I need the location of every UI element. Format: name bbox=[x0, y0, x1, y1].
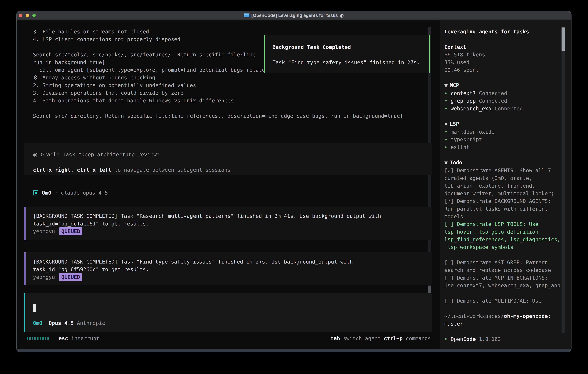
workspace-path: ~/local-workspaces/oh-my-opencode: bbox=[444, 312, 562, 320]
close-button[interactable] bbox=[19, 14, 22, 17]
sidebar-scrollbar-thumb[interactable] bbox=[562, 28, 565, 51]
todo-item: [ ] Demonstrate AST-GREP: Pattern search… bbox=[444, 259, 562, 274]
tab-label: switch agent bbox=[343, 335, 381, 341]
spinner-dots-icon bbox=[27, 334, 49, 342]
window-bottom-bar bbox=[17, 349, 571, 352]
prompt-input[interactable]: OmO Opus 4.5 Anthropic bbox=[24, 293, 432, 332]
lsp-server-name: eslint bbox=[451, 144, 470, 150]
lsp-section-header[interactable]: ▼LSP bbox=[444, 120, 562, 128]
window-titlebar[interactable]: [OpenCode] Leveraging agents for tasks ◐ bbox=[17, 11, 571, 20]
ctrl-p-label: commands bbox=[406, 335, 431, 341]
oracle-task-panel[interactable]: ◉ Oracle Task "Deep architecture review"… bbox=[24, 143, 432, 175]
half-circle-icon: ◐ bbox=[340, 13, 344, 18]
mcp-server-item: •context7Connected bbox=[444, 89, 562, 97]
bullet-icon: • bbox=[444, 336, 448, 342]
agent-model: · claude-opus-4-5 bbox=[54, 189, 108, 197]
context-used: 33% used bbox=[444, 58, 562, 66]
task-user: yeongyu bbox=[33, 228, 55, 235]
todo-item: [ ] Demonstrate MCP INTEGRATIONS: Use co… bbox=[444, 274, 562, 289]
traffic-lights bbox=[19, 11, 36, 20]
context-spent: $0.46 spent bbox=[444, 66, 562, 74]
mcp-server-status: Connected bbox=[494, 105, 523, 112]
lsp-server-name: typescript bbox=[451, 136, 482, 143]
opencode-version: •OpenCode1.0.163 bbox=[444, 335, 562, 343]
gear-icon: ⚙ bbox=[33, 74, 38, 82]
bullet-icon: • bbox=[444, 98, 448, 104]
mcp-server-name: websearch_exa bbox=[451, 105, 492, 112]
mcp-server-name: context7 bbox=[451, 90, 476, 96]
interrupt-hint: esc interrupt bbox=[59, 334, 99, 342]
window-title-text: [OpenCode] Leveraging agents for tasks bbox=[251, 13, 338, 18]
mcp-server-item: •websearch_exaConnected bbox=[444, 105, 562, 112]
git-branch: master bbox=[444, 320, 562, 328]
status-badge: QUEUED bbox=[59, 273, 82, 281]
mcp-server-status: Connected bbox=[479, 98, 507, 104]
oracle-task-title: Oracle Task "Deep architecture review" bbox=[41, 152, 160, 157]
tab-key: tab bbox=[330, 335, 340, 341]
todo-item: [ ] Demonstrate MULTIMODAL: Use bbox=[444, 297, 562, 305]
app-name-b: Code bbox=[463, 336, 476, 342]
lsp-server-name: markdown-oxide bbox=[451, 129, 494, 135]
workspace-path-dim: ~/local-workspaces/ bbox=[444, 313, 504, 319]
shortcut-keys: ctrl+x right, ctrl+x left bbox=[33, 167, 111, 173]
todo-section-header[interactable]: ▼Todo bbox=[444, 159, 562, 166]
esc-label: interrupt bbox=[71, 335, 99, 341]
task-message-text: [BACKGROUND TASK COMPLETED] Task "Find t… bbox=[33, 258, 432, 273]
tool-call-text: call_omo_agent [subagent_type=explore, p… bbox=[33, 67, 419, 119]
chevron-down-icon: ▼ bbox=[444, 83, 448, 88]
lsp-server-item: •eslint bbox=[444, 143, 562, 151]
mcp-server-item: •grep_appConnected bbox=[444, 97, 562, 105]
context-tokens: 66,518 tokens bbox=[444, 51, 562, 58]
record-icon: ◉ bbox=[33, 152, 37, 157]
background-task-message: [BACKGROUND TASK COMPLETED] Task "Resear… bbox=[24, 207, 432, 240]
agent-name: OmO bbox=[42, 189, 51, 197]
mcp-server-name: grep_app bbox=[451, 98, 476, 104]
screen: [OpenCode] Leveraging agents for tasks ◐… bbox=[0, 0, 588, 374]
active-model-label: Opus 4.5 bbox=[49, 319, 74, 327]
todo-item: [✓] Demonstrate BACKGROUND AGENTS: Run p… bbox=[444, 197, 562, 220]
app-version: 1.0.163 bbox=[479, 336, 501, 342]
folder-icon bbox=[244, 13, 249, 17]
window-title: [OpenCode] Leveraging agents for tasks ◐ bbox=[17, 13, 571, 18]
bullet-icon: • bbox=[444, 136, 448, 143]
task-message-text: [BACKGROUND TASK COMPLETED] Task "Resear… bbox=[33, 212, 432, 228]
oracle-task-line: ◉ Oracle Task "Deep architecture review" bbox=[33, 151, 432, 158]
task-user: yeongyu bbox=[33, 273, 55, 281]
bullet-icon: • bbox=[444, 105, 448, 112]
ctrl-p-key: ctrl+p bbox=[384, 335, 403, 341]
context-heading: Context bbox=[444, 43, 562, 51]
text-cursor bbox=[33, 304, 36, 312]
esc-key: esc bbox=[59, 335, 68, 341]
agent-icon bbox=[33, 190, 38, 195]
bullet-icon: • bbox=[444, 90, 448, 96]
provider-label: Anthropic bbox=[77, 319, 105, 327]
sidebar-scrollbar-track[interactable] bbox=[562, 51, 565, 333]
chevron-down-icon: ▼ bbox=[444, 160, 448, 165]
status-badge: QUEUED bbox=[59, 227, 82, 235]
app-name-a: Open bbox=[451, 336, 463, 342]
zoom-button[interactable] bbox=[32, 14, 36, 17]
background-task-notification: Background Task Completed Task "Find typ… bbox=[264, 35, 430, 73]
mcp-server-status: Connected bbox=[479, 90, 507, 96]
oracle-shortcut-hint: ctrl+x right, ctrl+x left to navigate be… bbox=[33, 166, 432, 174]
bullet-icon: • bbox=[444, 144, 448, 150]
todo-heading: Todo bbox=[450, 159, 462, 166]
minimize-button[interactable] bbox=[26, 14, 29, 17]
lsp-heading: LSP bbox=[450, 121, 459, 127]
lsp-server-item: •markdown-oxide bbox=[444, 128, 562, 136]
scrollback-text: 3. File handles or streams not closed 4.… bbox=[33, 29, 256, 65]
notification-title: Background Task Completed bbox=[273, 43, 429, 51]
todo-item: [ ] Demonstrate LSP TOOLS: Use lsp_hover… bbox=[444, 220, 562, 251]
model-indicator: OmO Opus 4.5 Anthropic bbox=[33, 319, 105, 327]
lsp-server-item: •typescript bbox=[444, 136, 562, 143]
active-agent-label: OmO bbox=[33, 319, 42, 327]
todo-item: [✓] Demonstrate AGENTS: Show all 7 curat… bbox=[444, 166, 562, 197]
status-bar: esc interrupt tab switch agent ctrl+p co… bbox=[27, 334, 431, 342]
terminal-scrollbar-top bbox=[428, 27, 431, 35]
mcp-heading: MCP bbox=[450, 82, 459, 88]
notification-body: Task "Find type safety issues" finished … bbox=[273, 59, 429, 66]
mcp-section-header[interactable]: ▼MCP bbox=[444, 82, 562, 89]
agent-session-header: OmO · claude-opus-4-5 bbox=[33, 189, 108, 197]
background-task-message: [BACKGROUND TASK COMPLETED] Task "Find t… bbox=[24, 252, 432, 285]
shortcut-hints: tab switch agent ctrl+p commands bbox=[330, 334, 431, 342]
